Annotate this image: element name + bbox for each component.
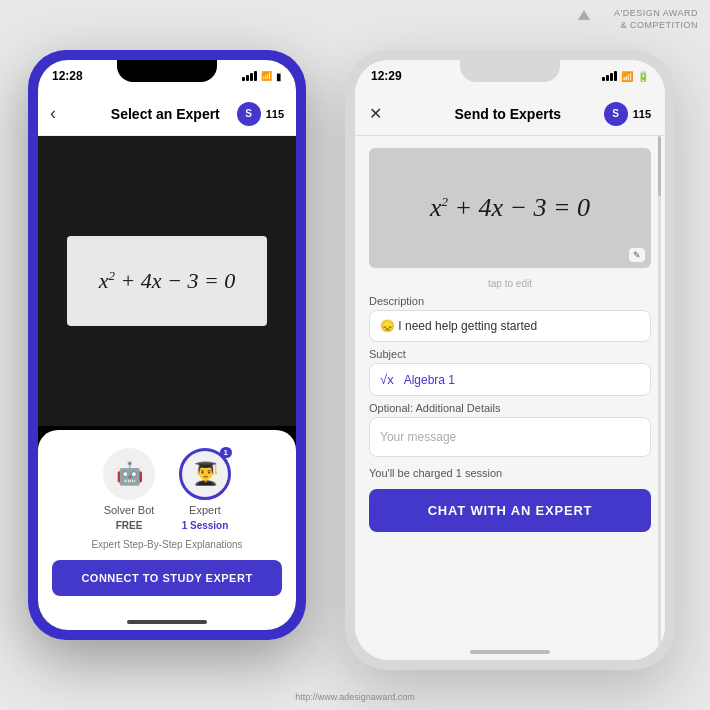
expert-label: Expert — [189, 504, 221, 516]
coins-left: 115 — [266, 108, 284, 120]
home-bar-right — [470, 650, 550, 654]
wifi-icon: 📶 — [261, 71, 272, 81]
battery-icon-right: 🔋 — [637, 71, 649, 82]
status-time-left: 12:28 — [52, 69, 83, 83]
coins-right: 115 — [633, 108, 651, 120]
solver-bot-label: Solver Bot — [104, 504, 155, 516]
watermark: http://www.adesignaward.com — [295, 692, 415, 702]
expert-options: 🤖 Solver Bot FREE 👨‍🎓 1 Expert 1 Session — [103, 448, 231, 531]
description-label: Description — [369, 295, 651, 307]
nav-right-right: S 115 — [604, 102, 651, 126]
avatar-left: S — [237, 102, 261, 126]
background: A'DESIGN AWARD & COMPETITION 12:28 📶 ▮ — [0, 0, 710, 710]
scrollbar-thumb — [658, 136, 661, 196]
avatar-right: S — [604, 102, 628, 126]
subject-icon: √x — [380, 372, 394, 387]
chat-btn[interactable]: CHAT WITH AN EXPERT — [369, 489, 651, 532]
additional-input[interactable]: Your message — [369, 417, 651, 457]
solver-bot-option[interactable]: 🤖 Solver Bot FREE — [103, 448, 155, 531]
wifi-icon-right: 📶 — [621, 71, 633, 82]
signal-icon-right — [602, 71, 617, 81]
edit-icon: ✎ — [629, 248, 645, 262]
math-formula-right: x2 + 4x − 3 = 0 — [430, 193, 590, 223]
nav-bar-right: ✕ Send to Experts S 115 — [355, 92, 665, 136]
expert-desc: Expert Step-By-Step Explanations — [91, 539, 242, 550]
expert-sublabel: 1 Session — [182, 520, 229, 531]
status-icons-left: 📶 ▮ — [242, 71, 282, 82]
additional-placeholder: Your message — [380, 430, 456, 444]
math-card-left: x2 + 4x − 3 = 0 — [67, 236, 267, 326]
expert-emoji: 👨‍🎓 — [192, 461, 219, 487]
nav-bar-left: ‹ Select an Expert S 115 — [38, 92, 296, 136]
bottom-panel-left: 🤖 Solver Bot FREE 👨‍🎓 1 Expert 1 Session — [38, 430, 296, 630]
additional-label: Optional: Additional Details — [369, 402, 651, 414]
subject-value: Algebra 1 — [404, 373, 455, 387]
nav-right-left: S 115 — [237, 102, 284, 126]
battery-icon: ▮ — [276, 71, 282, 82]
subject-label: Subject — [369, 348, 651, 360]
award-logo: A'DESIGN AWARD & COMPETITION — [614, 8, 698, 31]
home-bar-left — [127, 620, 207, 624]
award-name: A'DESIGN AWARD — [614, 8, 698, 20]
connect-btn[interactable]: CONNECT TO STUDY EXPERT — [52, 560, 282, 596]
status-icons-right: 📶 🔋 — [602, 71, 649, 82]
description-value: 😞 I need help getting started — [380, 319, 537, 333]
signal-icon — [242, 71, 257, 81]
expert-option[interactable]: 👨‍🎓 1 Expert 1 Session — [179, 448, 231, 531]
image-area-left: x2 + 4x − 3 = 0 — [38, 136, 296, 426]
notch-right — [460, 60, 560, 82]
description-input[interactable]: 😞 I need help getting started — [369, 310, 651, 342]
math-image-right: x2 + 4x − 3 = 0 ✎ — [369, 148, 651, 268]
phone-right-screen: 12:29 📶 🔋 ✕ Send to Experts — [355, 60, 665, 660]
phone-left: 12:28 📶 ▮ ‹ Select an Expert — [28, 50, 306, 640]
back-icon[interactable]: ‹ — [50, 103, 56, 124]
phone-right: 12:29 📶 🔋 ✕ Send to Experts — [345, 50, 675, 670]
solver-bot-icon-circle: 🤖 — [103, 448, 155, 500]
charge-note: You'll be charged 1 session — [369, 467, 651, 479]
math-formula-left: x2 + 4x − 3 = 0 — [99, 268, 236, 294]
close-icon[interactable]: ✕ — [369, 104, 382, 123]
solver-bot-emoji: 🤖 — [116, 461, 143, 487]
scrollbar-right[interactable] — [658, 136, 661, 660]
expert-icon-circle: 👨‍🎓 1 — [179, 448, 231, 500]
subject-input[interactable]: √x Algebra 1 — [369, 363, 651, 396]
nav-title-right: Send to Experts — [382, 106, 634, 122]
solver-bot-sublabel: FREE — [116, 520, 143, 531]
phone-left-screen: 12:28 📶 ▮ ‹ Select an Expert — [38, 60, 296, 630]
notch-left — [117, 60, 217, 82]
award-subtitle: & COMPETITION — [614, 20, 698, 32]
status-time-right: 12:29 — [371, 69, 402, 83]
right-content: x2 + 4x − 3 = 0 ✎ tap to edit Descriptio… — [355, 136, 665, 660]
tap-edit-label: tap to edit — [369, 278, 651, 289]
award-triangle-icon — [578, 10, 590, 20]
expert-badge: 1 — [220, 447, 232, 458]
